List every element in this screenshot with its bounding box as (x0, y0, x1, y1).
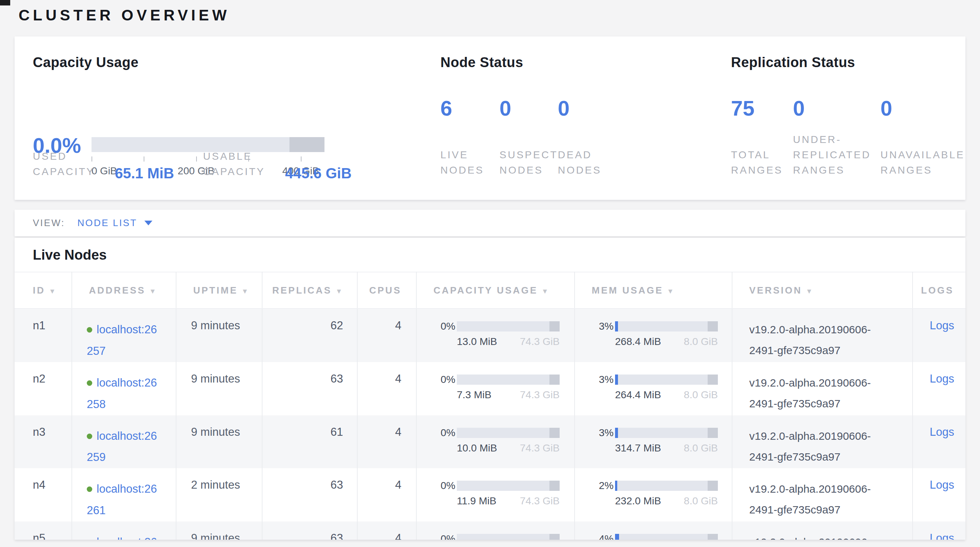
col-header-replicas[interactable]: REPLICAS▼ (262, 272, 357, 308)
capacity-used-value: 10.0 MiB (457, 442, 497, 454)
node-live-dot (87, 327, 92, 332)
col-header-capacity-usage[interactable]: CAPACITY USAGE▼ (416, 272, 574, 308)
total-ranges-count: 75 (731, 98, 755, 119)
capacity-bar-reserved (549, 321, 560, 331)
mem-percent-label: 4% (592, 533, 614, 540)
node-logs-cell: Logs (913, 415, 966, 469)
suspect-nodes-count: 0 (500, 98, 511, 119)
node-uptime-cell: 9 minutes (176, 308, 262, 362)
capacity-usage-bar (457, 321, 560, 331)
table-header-row: ID▼ ADDRESS▼ UPTIME▼ REPLICAS▼ CPUS CAPA… (14, 272, 966, 308)
node-live-dot (87, 380, 92, 386)
node-cpus-cell: 4 (357, 522, 416, 540)
node-id-cell: n5 (14, 522, 72, 540)
node-address-cell: localhost:26261 (72, 468, 176, 522)
node-address-link[interactable]: localhost:26262 (87, 536, 157, 540)
mem-bar-reserved (708, 375, 718, 385)
node-replicas-cell: 61 (262, 415, 357, 469)
under-replicated-ranges-count: 0 (793, 98, 805, 119)
capacity-usage-bar (457, 375, 560, 385)
logs-link[interactable]: Logs (930, 532, 954, 540)
node-live-dot (87, 487, 92, 492)
mem-bar-reserved (708, 321, 718, 331)
node-row: n1 localhost:26257 9 minutes 62 4 0% 13.… (14, 308, 966, 362)
mem-usage-bar (615, 321, 718, 331)
view-label: VIEW: (33, 217, 65, 229)
unavailable-ranges-label: UNAVAILABLE RANGES (880, 147, 964, 178)
node-row: n5 localhost:26262 9 minutes 63 4 0% 12.… (14, 522, 966, 540)
mem-bar-fill (615, 481, 617, 491)
mem-total-value: 8.0 GiB (684, 442, 718, 454)
capacity-percent-label: 0% (433, 374, 455, 385)
dead-nodes-label: DEAD NODES (558, 147, 612, 178)
logs-link[interactable]: Logs (930, 372, 954, 385)
node-cpus-cell: 4 (357, 468, 416, 522)
capacity-total-value: 74.3 GiB (520, 442, 560, 454)
node-version-cell: v19.2.0-alpha.20190606-2491-gfe735c9a97 (732, 308, 913, 362)
logs-link[interactable]: Logs (930, 426, 954, 438)
mem-percent-label: 3% (592, 427, 614, 439)
mem-used-value: 314.7 MiB (615, 442, 661, 454)
node-logs-cell: Logs (913, 308, 966, 362)
sort-desc-icon: ▼ (149, 287, 156, 295)
logs-link[interactable]: Logs (930, 319, 954, 332)
capacity-used-value: 11.9 MiB (457, 495, 496, 507)
node-capacity-cell: 0% 12.4 MiB 74.3 GiB (416, 522, 574, 540)
mem-usage-bar (615, 481, 718, 491)
node-row: n3 localhost:26259 9 minutes 61 4 0% 10.… (14, 415, 966, 469)
mem-used-value: 268.4 MiB (615, 336, 661, 348)
node-id-cell: n2 (14, 362, 72, 415)
mem-percent-label: 2% (592, 480, 614, 491)
col-header-mem-usage[interactable]: MEM USAGE▼ (574, 272, 732, 308)
col-header-logs: LOGS (913, 272, 966, 308)
col-header-address[interactable]: ADDRESS▼ (72, 272, 176, 308)
node-address-link[interactable]: localhost:26258 (87, 376, 157, 410)
sort-desc-icon: ▼ (49, 287, 56, 295)
col-header-cpus[interactable]: CPUS (357, 272, 416, 308)
capacity-percent-label: 0% (433, 321, 455, 332)
cluster-summary-card: Capacity Usage 0.0% 0 GiB200 GiB400 GiB … (14, 37, 966, 200)
node-address-cell: localhost:26258 (72, 362, 176, 415)
view-dropdown[interactable]: NODE LIST (77, 217, 153, 229)
logs-link[interactable]: Logs (930, 479, 954, 491)
chevron-down-icon (145, 221, 153, 225)
capacity-used-value: 13.0 MiB (457, 336, 497, 348)
node-address-link[interactable]: localhost:26257 (87, 323, 157, 357)
capacity-usage-bar (457, 428, 560, 438)
mem-usage-bar (615, 534, 718, 540)
node-mem-cell: 4% 329.6 MiB 8.0 GiB (574, 522, 732, 540)
replication-status-title: Replication Status (731, 55, 855, 70)
usable-capacity-value: 445.6 GiB (285, 165, 352, 181)
capacity-percent-label: 0% (433, 427, 455, 439)
node-address-cell: localhost:26257 (72, 308, 176, 362)
capacity-total-value: 74.3 GiB (520, 336, 560, 348)
col-header-uptime[interactable]: UPTIME▼ (176, 272, 262, 308)
node-logs-cell: Logs (913, 468, 966, 522)
node-capacity-cell: 0% 13.0 MiB 74.3 GiB (416, 308, 574, 362)
node-mem-cell: 3% 268.4 MiB 8.0 GiB (574, 308, 732, 362)
node-replicas-cell: 63 (262, 362, 357, 415)
axis-tick (196, 156, 197, 162)
window-edge-artifact (0, 0, 10, 5)
node-status-title: Node Status (441, 55, 523, 70)
capacity-used-value: 7.3 MiB (457, 389, 492, 401)
mem-usage-bar (615, 375, 718, 385)
total-ranges-label: TOTAL RANGES (731, 147, 786, 178)
node-address-link[interactable]: localhost:26261 (87, 482, 157, 517)
node-version-cell: v19.2.0-alpha.20190606-2491-gfe735c9a97 (732, 415, 913, 469)
mem-bar-reserved (708, 481, 718, 491)
live-nodes-card: Live Nodes ID▼ ADDRESS▼ UPTIME▼ REPLICAS… (14, 238, 966, 540)
capacity-bar-reserved (549, 534, 560, 540)
used-capacity-stat: USED CAPACITY 65.1 MiB (33, 149, 174, 180)
col-header-id[interactable]: ID▼ (14, 272, 72, 308)
col-header-version[interactable]: VERSION▼ (732, 272, 913, 308)
node-id-cell: n4 (14, 468, 72, 522)
usable-capacity-stat: USABLE CAPACITY 445.6 GiB (203, 149, 352, 180)
capacity-bar-reserved (549, 481, 560, 491)
node-cpus-cell: 4 (357, 362, 416, 415)
node-address-link[interactable]: localhost:26259 (87, 429, 157, 464)
live-nodes-table: ID▼ ADDRESS▼ UPTIME▼ REPLICAS▼ CPUS CAPA… (14, 272, 966, 540)
mem-bar-reserved (708, 428, 718, 438)
node-id-cell: n1 (14, 308, 72, 362)
capacity-usage-section: Capacity Usage 0.0% 0 GiB200 GiB400 GiB … (33, 37, 354, 200)
